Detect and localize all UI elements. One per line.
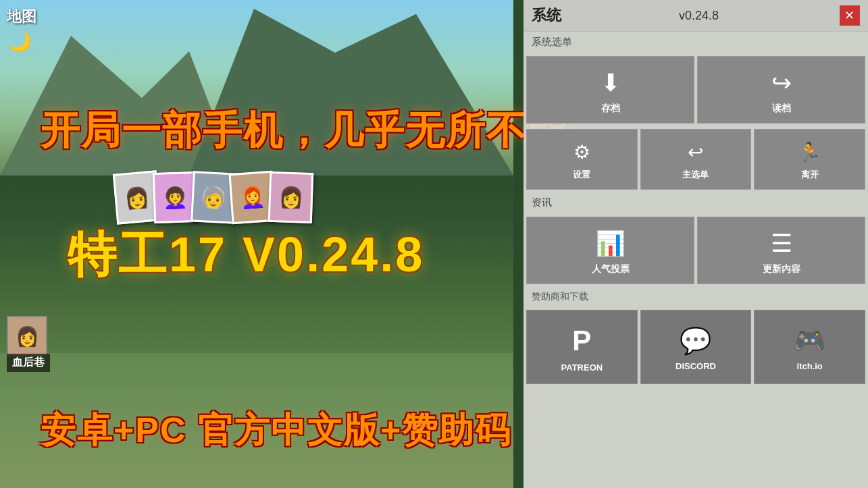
sub-title: 特工17 V0.24.8 — [68, 223, 424, 288]
menu-grid-row2: ⚙ 设置 ↩ 主选单 🏃 离开 — [524, 126, 868, 192]
itchio-icon: 🎮 — [794, 326, 825, 356]
panel-version: v0.24.8 — [679, 9, 719, 23]
avatar-icon: 👩 — [16, 325, 39, 348]
photo-5: 👩 — [268, 171, 314, 223]
photo-face-4: 👩‍🦰 — [231, 173, 274, 222]
main-title: 开局一部手机，几乎无所不能 — [41, 105, 567, 157]
popularity-label: 人气投票 — [592, 263, 630, 275]
panel-title: 系统 — [532, 5, 561, 26]
info-label: 资讯 — [524, 192, 868, 214]
location-label: 血后巷 — [7, 354, 50, 372]
bottom-title: 安卓+PC 官方中文版+赞助码 — [41, 407, 511, 454]
photos-strip: 👩 👩‍🦱 🧓 👩‍🦰 👩 — [115, 172, 307, 223]
panel-header: 系统 v0.24.8 ✕ — [524, 0, 868, 32]
support-label: 赞助商和下载 — [524, 287, 868, 307]
main-menu-label: 主选单 — [682, 169, 709, 181]
update-label: 更新内容 — [763, 263, 800, 275]
support-grid: P PATREON 💬 DISCORD 🎮 itch.io — [524, 307, 868, 387]
itchio-button[interactable]: 🎮 itch.io — [754, 310, 865, 384]
update-content-button[interactable]: ☰ 更新内容 — [697, 217, 865, 284]
quit-label: 离开 — [801, 169, 819, 181]
save-icon: ⬇ — [601, 69, 621, 97]
patreon-label: PATREON — [561, 362, 603, 373]
load-label: 读档 — [772, 103, 791, 115]
settings-icon: ⚙ — [573, 141, 590, 163]
photo-face-2: 👩‍🦱 — [155, 173, 196, 221]
load-icon: ↪ — [771, 69, 792, 97]
menu-grid-row3: 📊 人气投票 ☰ 更新内容 — [524, 214, 868, 287]
settings-button[interactable]: ⚙ 设置 — [526, 129, 638, 190]
avatar: 👩 — [7, 316, 47, 356]
discord-button[interactable]: 💬 DISCORD — [640, 310, 752, 384]
discord-label: DISCORD — [675, 361, 716, 371]
save-button[interactable]: ⬇ 存档 — [526, 56, 694, 124]
update-icon: ☰ — [771, 229, 792, 258]
moon-icon: 🌙 — [8, 30, 32, 53]
patreon-button[interactable]: P PATREON — [526, 310, 638, 384]
popularity-icon: 📊 — [595, 229, 626, 258]
photo-face-5: 👩 — [270, 173, 311, 221]
patreon-icon: P — [572, 325, 591, 357]
itchio-label: itch.io — [797, 361, 823, 371]
quit-icon: 🏃 — [798, 141, 821, 163]
load-button[interactable]: ↪ 读档 — [697, 56, 865, 124]
save-label: 存档 — [601, 103, 620, 115]
system-menu-label: 系统选单 — [524, 32, 868, 53]
main-menu-button[interactable]: ↩ 主选单 — [640, 129, 752, 190]
close-button[interactable]: ✕ — [840, 5, 860, 26]
main-menu-icon: ↩ — [688, 141, 703, 163]
quit-button[interactable]: 🏃 离开 — [754, 129, 865, 190]
right-panel: 系统 v0.24.8 ✕ 系统选单 ⬇ 存档 ↪ 读档 ⚙ 设置 ↩ 主选单 🏃… — [524, 0, 868, 488]
menu-grid-row1: ⬇ 存档 ↪ 读档 — [524, 53, 868, 126]
popularity-vote-button[interactable]: 📊 人气投票 — [526, 217, 694, 284]
discord-icon: 💬 — [680, 326, 711, 356]
settings-label: 设置 — [573, 169, 590, 181]
map-label: 地图 — [7, 7, 36, 27]
